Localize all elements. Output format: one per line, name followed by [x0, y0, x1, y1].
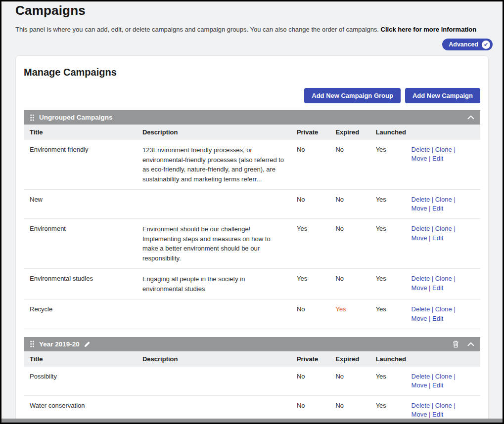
page-description: This panel is where you can add, edit, o… — [15, 25, 489, 34]
column-header-actions — [406, 125, 480, 140]
clone-campaign-link[interactable]: Clone — [435, 196, 452, 203]
campaign-expired: No — [329, 219, 369, 269]
action-separator: | — [427, 205, 432, 212]
campaign-row: Environmental studiesEngaging all people… — [24, 269, 480, 299]
campaign-row: NewNoNoYesDelete | Clone | Move | Edit — [24, 190, 480, 219]
campaign-private: Yes — [291, 219, 329, 269]
move-campaign-link[interactable]: Move — [412, 284, 427, 292]
delete-campaign-link[interactable]: Delete — [412, 225, 430, 232]
campaign-launched: Yes — [370, 219, 406, 269]
campaign-private: No — [291, 299, 329, 329]
move-campaign-link[interactable]: Move — [412, 155, 427, 162]
action-separator: | — [452, 225, 456, 232]
campaign-actions: Delete | Clone | Move | Edit — [406, 219, 480, 269]
campaign-actions: Delete | Clone | Move | Edit — [406, 367, 480, 396]
clone-campaign-link[interactable]: Clone — [435, 275, 452, 282]
groups-container: Ungrouped CampaignsTitleDescriptionPriva… — [24, 110, 480, 424]
column-header: Private — [291, 125, 329, 140]
campaign-expired: No — [329, 269, 369, 299]
campaign-group-name: Ungrouped Campaigns — [39, 114, 113, 121]
column-header: Title — [24, 351, 137, 367]
action-separator: | — [427, 234, 432, 242]
collapse-chevron-up-icon[interactable] — [467, 342, 474, 346]
edit-campaign-link[interactable]: Edit — [432, 382, 443, 389]
advanced-row: Advanced ✔ — [15, 39, 493, 50]
campaign-launched: Yes — [370, 367, 406, 396]
campaigns-page: Campaigns This panel is where you can ad… — [1, 1, 503, 424]
campaign-expired: No — [329, 190, 369, 219]
table-header-row: TitleDescriptionPrivateExpiredLaunched — [24, 351, 480, 367]
clone-campaign-link[interactable]: Clone — [435, 305, 452, 313]
action-separator: | — [427, 382, 432, 389]
action-separator: | — [452, 196, 456, 203]
edit-campaign-link[interactable]: Edit — [432, 284, 443, 292]
delete-group-trash-icon[interactable] — [453, 340, 459, 348]
move-campaign-link[interactable]: Move — [412, 411, 427, 418]
campaign-launched: Yes — [370, 269, 406, 299]
move-campaign-link[interactable]: Move — [412, 382, 427, 389]
edit-campaign-link[interactable]: Edit — [432, 234, 443, 242]
advanced-toggle-button[interactable]: Advanced ✔ — [442, 39, 493, 50]
table-header-row: TitleDescriptionPrivateExpiredLaunched — [24, 125, 480, 140]
campaign-expired: No — [329, 140, 369, 190]
edit-campaign-link[interactable]: Edit — [432, 205, 443, 212]
horizontal-scrollbar[interactable] — [1, 419, 503, 423]
delete-campaign-link[interactable]: Delete — [412, 146, 430, 153]
campaign-private: No — [291, 190, 329, 219]
campaign-row: EnvironmentEnvironment should be our cha… — [24, 219, 480, 269]
move-campaign-link[interactable]: Move — [412, 205, 427, 212]
action-separator: | — [452, 275, 456, 282]
campaign-title: Recycle — [24, 299, 137, 329]
drag-handle-icon[interactable] — [30, 340, 35, 348]
action-separator: | — [452, 402, 456, 409]
campaign-group-header[interactable]: Year 2019-20 — [24, 337, 480, 351]
clone-campaign-link[interactable]: Clone — [435, 146, 452, 153]
collapse-chevron-up-icon[interactable] — [467, 115, 474, 120]
clone-campaign-link[interactable]: Clone — [435, 402, 452, 409]
campaign-row: Environment friendly123Environment frien… — [24, 140, 480, 190]
move-campaign-link[interactable]: Move — [412, 315, 427, 322]
action-separator: | — [430, 305, 435, 313]
campaign-title: Environmental studies — [24, 269, 137, 299]
action-separator: | — [430, 275, 435, 282]
add-campaign-group-button[interactable]: Add New Campaign Group — [304, 88, 401, 103]
column-header: Launched — [370, 351, 406, 367]
column-header: Expired — [329, 351, 369, 367]
campaign-description — [137, 367, 291, 396]
campaign-description: Environment should be our challenge! Imp… — [137, 219, 291, 269]
campaign-group: Year 2019-20TitleDescriptionPrivateExpir… — [24, 337, 480, 424]
panel-title: Manage Campaigns — [24, 67, 480, 78]
campaign-expired: No — [329, 367, 369, 396]
campaign-group-header[interactable]: Ungrouped Campaigns — [24, 110, 480, 125]
delete-campaign-link[interactable]: Delete — [412, 275, 430, 282]
campaign-title: Possibilty — [24, 367, 137, 396]
clone-campaign-link[interactable]: Clone — [435, 373, 452, 380]
edit-campaign-link[interactable]: Edit — [432, 315, 443, 322]
action-separator: | — [452, 305, 456, 313]
delete-campaign-link[interactable]: Delete — [412, 196, 430, 203]
campaign-title: New — [24, 190, 137, 219]
add-campaign-button[interactable]: Add New Campaign — [405, 88, 480, 103]
app-window: Campaigns This panel is where you can ad… — [0, 0, 504, 424]
campaign-private: No — [291, 367, 329, 396]
manage-campaigns-panel: Manage Campaigns Add New Campaign Group … — [15, 55, 489, 424]
edit-campaign-link[interactable]: Edit — [432, 155, 443, 162]
clone-campaign-link[interactable]: Clone — [435, 225, 452, 232]
campaign-launched: Yes — [370, 299, 406, 329]
move-campaign-link[interactable]: Move — [412, 234, 427, 242]
more-info-link[interactable]: Click here for more information — [381, 26, 477, 33]
campaigns-table: TitleDescriptionPrivateExpiredLaunchedPo… — [24, 351, 480, 424]
delete-campaign-link[interactable]: Delete — [412, 373, 430, 380]
drag-handle-icon[interactable] — [30, 114, 35, 122]
campaign-description — [137, 190, 291, 219]
panel-actions: Add New Campaign Group Add New Campaign — [24, 88, 480, 103]
action-separator: | — [430, 225, 435, 232]
edit-group-pencil-icon[interactable] — [84, 341, 91, 347]
advanced-label: Advanced — [449, 41, 478, 48]
delete-campaign-link[interactable]: Delete — [412, 305, 430, 313]
campaign-group: Ungrouped CampaignsTitleDescriptionPriva… — [24, 110, 480, 329]
edit-campaign-link[interactable]: Edit — [432, 411, 443, 418]
delete-campaign-link[interactable]: Delete — [412, 402, 430, 409]
action-separator: | — [430, 196, 435, 203]
action-separator: | — [430, 402, 435, 409]
